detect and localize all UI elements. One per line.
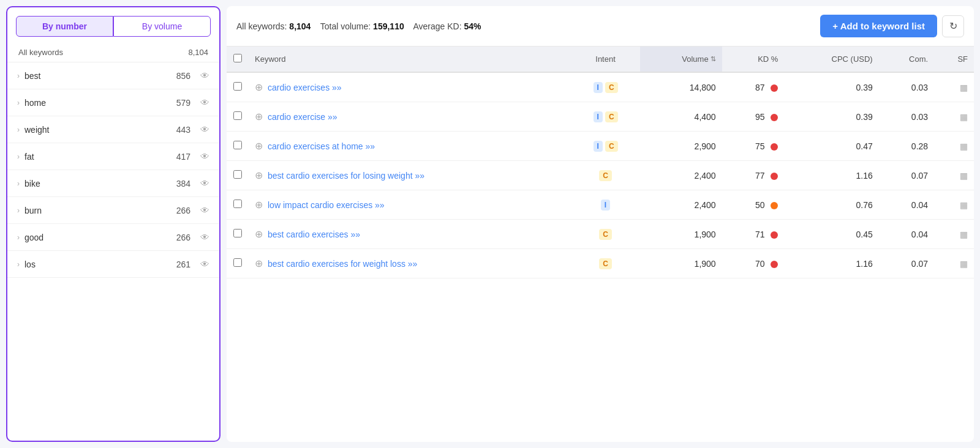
sidebar-item[interactable]: › fat 417 👁 xyxy=(7,143,219,170)
row-com: 0.03 xyxy=(879,102,934,132)
add-keyword-icon: ⊕ xyxy=(255,140,263,152)
row-checkbox-cell xyxy=(227,102,249,132)
sidebar-item[interactable]: › home 579 👁 xyxy=(7,89,219,116)
kd-difficulty-dot xyxy=(771,231,778,239)
row-volume: 2,400 xyxy=(640,161,722,190)
row-checkbox[interactable] xyxy=(233,141,242,149)
sidebar-item[interactable]: › burn 266 👁 xyxy=(7,197,219,224)
keyword-link[interactable]: ⊕ best cardio exercises for losing weigh… xyxy=(255,170,565,181)
eye-icon[interactable]: 👁 xyxy=(200,124,209,135)
table-row: ⊕ best cardio exercises for losing weigh… xyxy=(227,161,974,190)
eye-icon[interactable]: 👁 xyxy=(200,205,209,215)
toggle-by-number[interactable]: By number xyxy=(16,16,113,37)
row-checkbox[interactable] xyxy=(233,170,242,179)
kd-difficulty-dot xyxy=(771,84,778,92)
row-intent: C xyxy=(571,220,640,249)
sidebar-item[interactable]: › weight 443 👁 xyxy=(7,116,219,143)
col-checkbox xyxy=(227,47,249,72)
row-checkbox-cell xyxy=(227,190,249,220)
sidebar-keyword-label: burn xyxy=(24,206,172,215)
keyword-link[interactable]: ⊕ cardio exercise »» xyxy=(255,111,565,122)
sidebar-all-keywords-label: All keywords xyxy=(18,48,63,57)
eye-icon[interactable]: 👁 xyxy=(200,151,209,162)
main-header: All keywords: 8,104 Total volume: 159,11… xyxy=(227,6,974,47)
col-com: Com. xyxy=(879,47,934,72)
keyword-link[interactable]: ⊕ low impact cardio exercises »» xyxy=(255,199,565,211)
row-cpc: 0.76 xyxy=(784,190,878,220)
row-checkbox[interactable] xyxy=(233,82,242,91)
row-checkbox-cell xyxy=(227,220,249,249)
row-keyword: ⊕ best cardio exercises for losing weigh… xyxy=(249,161,571,190)
sidebar-item[interactable]: › bike 384 👁 xyxy=(7,170,219,197)
table-row: ⊕ best cardio exercises »» C 1,900 71 0.… xyxy=(227,220,974,249)
col-sf: SF xyxy=(934,47,974,72)
row-checkbox[interactable] xyxy=(233,229,242,237)
keyword-link[interactable]: ⊕ cardio exercises at home »» xyxy=(255,140,565,152)
sidebar-keyword-count: 856 xyxy=(176,71,190,81)
row-intent: C xyxy=(571,249,640,278)
sidebar-keyword-count: 384 xyxy=(176,179,190,189)
row-volume: 1,900 xyxy=(640,220,722,249)
keyword-link[interactable]: ⊕ best cardio exercises »» xyxy=(255,228,565,240)
row-checkbox[interactable] xyxy=(233,111,242,120)
sidebar-keyword-count: 443 xyxy=(176,125,190,135)
sf-action-icon[interactable]: ▦ xyxy=(960,171,968,181)
row-checkbox[interactable] xyxy=(233,200,242,208)
kd-difficulty-dot xyxy=(771,143,778,151)
sf-action-icon[interactable]: ▦ xyxy=(960,259,968,269)
keyword-link[interactable]: ⊕ cardio exercises »» xyxy=(255,81,565,93)
sidebar-item[interactable]: › los 261 👁 xyxy=(7,251,219,278)
table-row: ⊕ cardio exercises at home »» IC 2,900 7… xyxy=(227,132,974,161)
eye-icon[interactable]: 👁 xyxy=(200,232,209,242)
add-to-keyword-list-button[interactable]: + Add to keyword list xyxy=(820,15,937,37)
intent-badge-i: I xyxy=(594,82,603,93)
sf-action-icon[interactable]: ▦ xyxy=(960,141,968,151)
keyword-link[interactable]: ⊕ best cardio exercises for weight loss … xyxy=(255,258,565,269)
sf-action-icon[interactable]: ▦ xyxy=(960,230,968,239)
sf-action-icon[interactable]: ▦ xyxy=(960,200,968,210)
add-keyword-icon: ⊕ xyxy=(255,228,263,240)
col-intent: Intent xyxy=(571,47,640,72)
intent-badge-c: C xyxy=(605,82,618,93)
all-keywords-value: 8,104 xyxy=(289,21,311,31)
row-sf: ▦ xyxy=(934,190,974,220)
intent-badge-c: C xyxy=(599,258,612,269)
col-cpc: CPC (USD) xyxy=(784,47,878,72)
toggle-by-volume[interactable]: By volume xyxy=(113,16,211,37)
add-keyword-icon: ⊕ xyxy=(255,258,263,269)
sf-action-icon[interactable]: ▦ xyxy=(960,112,968,122)
intent-badge-i: I xyxy=(594,141,603,152)
row-checkbox-cell xyxy=(227,132,249,161)
row-keyword: ⊕ best cardio exercises »» xyxy=(249,220,571,249)
sidebar-item[interactable]: › good 266 👁 xyxy=(7,224,219,251)
intent-badge-c: C xyxy=(599,170,612,181)
intent-badge-i: I xyxy=(601,200,610,211)
volume-sort-header[interactable]: Volume ⇅ xyxy=(682,54,715,64)
all-keywords-label: All keywords: xyxy=(236,21,287,31)
row-kd: 70 xyxy=(722,249,785,278)
row-kd: 77 xyxy=(722,161,785,190)
total-volume-value: 159,110 xyxy=(373,21,404,31)
row-intent: IC xyxy=(571,132,640,161)
row-checkbox-cell xyxy=(227,249,249,278)
row-kd: 75 xyxy=(722,132,785,161)
sidebar-keyword-count: 266 xyxy=(176,233,190,242)
refresh-button[interactable]: ↻ xyxy=(942,15,964,37)
sidebar: By number By volume All keywords 8,104 ›… xyxy=(6,6,221,442)
select-all-checkbox[interactable] xyxy=(233,54,242,62)
sf-action-icon[interactable]: ▦ xyxy=(960,83,968,92)
sidebar-keyword-count: 266 xyxy=(176,206,190,215)
intent-badge-c: C xyxy=(599,229,612,240)
row-intent: I xyxy=(571,190,640,220)
table-row: ⊕ cardio exercise »» IC 4,400 95 0.39 0.… xyxy=(227,102,974,132)
row-checkbox[interactable] xyxy=(233,258,242,267)
eye-icon[interactable]: 👁 xyxy=(200,259,209,269)
eye-icon[interactable]: 👁 xyxy=(200,178,209,189)
eye-icon[interactable]: 👁 xyxy=(200,70,209,81)
row-volume: 2,400 xyxy=(640,190,722,220)
col-volume[interactable]: Volume ⇅ xyxy=(640,47,722,72)
row-keyword: ⊕ best cardio exercises for weight loss … xyxy=(249,249,571,278)
sidebar-item[interactable]: › best 856 👁 xyxy=(7,62,219,89)
row-com: 0.07 xyxy=(879,249,934,278)
eye-icon[interactable]: 👁 xyxy=(200,97,209,108)
